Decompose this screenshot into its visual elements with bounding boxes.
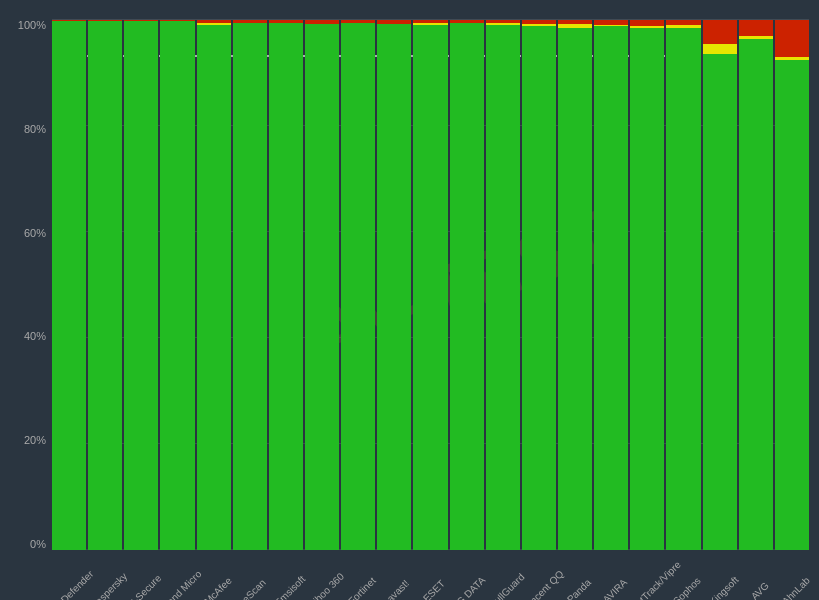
bar-segment-green xyxy=(666,28,700,550)
bar-segment-green xyxy=(558,28,592,550)
bar-group: eScan xyxy=(233,20,267,550)
bar-group: BitDefender xyxy=(52,20,86,550)
bar-group: G DATA xyxy=(450,20,484,550)
bar-group: Emsisoft xyxy=(269,20,303,550)
bar-group: Qihoo 360 xyxy=(305,20,339,550)
bar-segment-green xyxy=(594,26,628,550)
bar xyxy=(775,20,809,550)
bar xyxy=(594,20,628,550)
bar-group: Sophos xyxy=(666,20,700,550)
bar xyxy=(377,20,411,550)
bar-group: Kingsoft xyxy=(703,20,737,550)
bar-segment-green xyxy=(775,60,809,550)
y-axis-label: 0% xyxy=(0,539,52,550)
y-axis-label: 60% xyxy=(0,228,52,239)
x-axis-label: Panda xyxy=(565,577,593,600)
bar-group: Kaspersky xyxy=(88,20,122,550)
y-axis-label: 80% xyxy=(0,124,52,135)
x-axis-label: F-Secure xyxy=(127,572,164,600)
y-axis-label: 40% xyxy=(0,331,52,342)
bar-group: ThreatTrack/Vipre xyxy=(630,20,664,550)
bar-segment-green xyxy=(377,24,411,550)
bar-segment-red xyxy=(739,20,773,36)
bar-group: Tencent QQ xyxy=(522,20,556,550)
bar-segment-green xyxy=(305,24,339,550)
bar xyxy=(341,20,375,550)
bar xyxy=(124,20,158,550)
x-axis-label: Emsisoft xyxy=(272,573,307,600)
x-axis-label: ThreatTrack/Vipre xyxy=(619,559,683,600)
chart-container: 0%20%40%60%80%100% AV-TEST BitDefenderKa… xyxy=(0,0,819,600)
x-axis-label: Qihoo 360 xyxy=(306,571,346,600)
bar-segment-green xyxy=(486,25,520,550)
chart-title xyxy=(0,0,819,20)
bar-segment-green xyxy=(160,21,194,550)
bar xyxy=(739,20,773,550)
y-axis-label: 20% xyxy=(0,435,52,446)
bar-segment-green xyxy=(739,39,773,550)
bar xyxy=(486,20,520,550)
x-axis-label: Trend Micro xyxy=(159,568,204,600)
bar-group: F-Secure xyxy=(124,20,158,550)
bar-segment-green xyxy=(269,23,303,550)
bar xyxy=(413,20,447,550)
x-axis-label: Fortinet xyxy=(346,575,378,600)
bar xyxy=(88,20,122,550)
bar xyxy=(558,20,592,550)
bar-group: ESET xyxy=(413,20,447,550)
bar-segment-green xyxy=(52,21,86,550)
bar xyxy=(269,20,303,550)
bar-segment-green xyxy=(413,25,447,550)
bar-segment-green xyxy=(124,21,158,550)
bar xyxy=(197,20,231,550)
x-axis-label: Sophos xyxy=(671,575,703,600)
bar-group: Fortinet xyxy=(341,20,375,550)
bar xyxy=(522,20,556,550)
x-axis-label: AhnLab xyxy=(780,575,812,600)
bar-segment-green xyxy=(522,26,556,550)
bar-segment-yellow xyxy=(703,44,737,55)
bar-segment-green xyxy=(88,21,122,550)
bar xyxy=(450,20,484,550)
x-axis-label: G DATA xyxy=(454,574,487,600)
x-axis-label: AVIRA xyxy=(601,577,629,600)
x-axis-label: eScan xyxy=(240,577,268,600)
bar xyxy=(160,20,194,550)
bar-segment-green xyxy=(630,28,664,550)
bar-group: BullGuard xyxy=(486,20,520,550)
bar-segment-red xyxy=(703,20,737,44)
x-axis-label: ESET xyxy=(421,578,447,600)
bar-group: AhnLab xyxy=(775,20,809,550)
bar-segment-green xyxy=(233,23,267,550)
y-axis-label: 100% xyxy=(0,20,52,31)
bar-segment-green xyxy=(341,23,375,550)
bar-group: AVG xyxy=(739,20,773,550)
bars-area: AV-TEST BitDefenderKasperskyF-SecureTren… xyxy=(52,20,809,550)
x-axis-label: AVG xyxy=(749,580,771,600)
bar-group: AVIRA xyxy=(594,20,628,550)
bar xyxy=(630,20,664,550)
y-axis: 0%20%40%60%80%100% xyxy=(0,20,52,550)
bar-segment-green xyxy=(197,25,231,550)
bar xyxy=(703,20,737,550)
bar xyxy=(233,20,267,550)
bar-group: Panda xyxy=(558,20,592,550)
bar-group: Trend Micro xyxy=(160,20,194,550)
bar-group: McAfee xyxy=(197,20,231,550)
x-axis-label: avast! xyxy=(385,578,412,600)
x-axis-label: BullGuard xyxy=(487,571,526,600)
bar xyxy=(52,20,86,550)
bar-group: avast! xyxy=(377,20,411,550)
x-axis-label: McAfee xyxy=(202,575,234,600)
x-axis-label: Tencent QQ xyxy=(520,568,566,600)
bar-segment-red xyxy=(775,20,809,57)
x-axis-label: Kingsoft xyxy=(707,574,740,600)
bar-segment-green xyxy=(703,54,737,550)
chart-area: 0%20%40%60%80%100% AV-TEST BitDefenderKa… xyxy=(0,20,819,600)
bar xyxy=(305,20,339,550)
x-axis-label: BitDefender xyxy=(50,568,95,600)
bar xyxy=(666,20,700,550)
bar-segment-green xyxy=(450,23,484,550)
